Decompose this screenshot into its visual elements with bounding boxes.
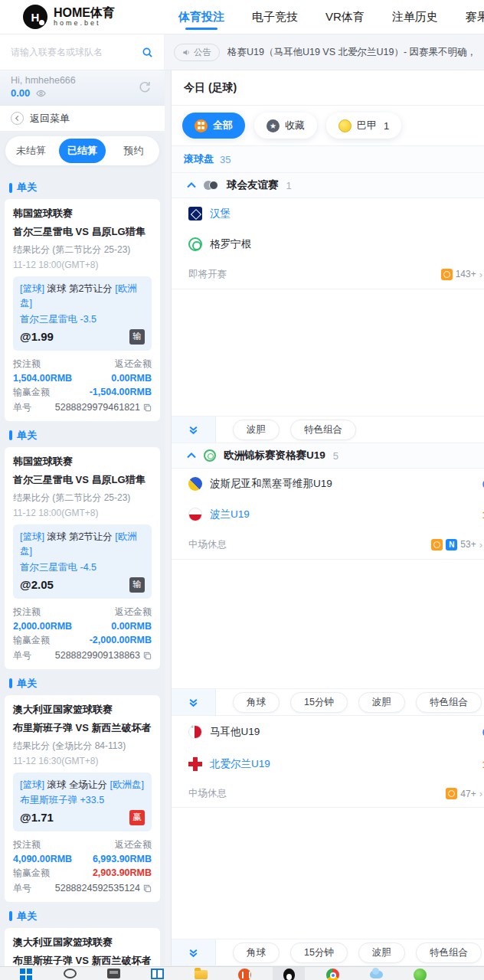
match-status-row[interactable]: 中场休息 47+ › [172, 780, 484, 808]
pill-special-combo[interactable]: 特色组合 [416, 942, 482, 963]
team-row-away[interactable]: 波兰U19 1 [172, 499, 484, 530]
bet-teams: 首尔三星雷电 VS 昌原LG猎隼 [13, 225, 152, 239]
team-row-away[interactable]: 格罗宁根 [172, 229, 484, 260]
n-badge-icon: N [446, 539, 457, 550]
tab-unsettled[interactable]: 未结算 [8, 139, 54, 163]
taskbar-search-icon[interactable] [64, 969, 77, 978]
bet-market-line: [篮球] 滚球 第2节让分 [欧洲盘] [20, 282, 145, 312]
markets-count: 143+ [456, 269, 476, 279]
market-footer: 角球 15分钟 波胆 特色组合 [172, 688, 484, 716]
tab-settled[interactable]: 已结算 [59, 139, 106, 163]
windows-start-icon[interactable] [20, 969, 33, 980]
stake-amount: 4,090.00RMB [13, 854, 72, 864]
match-status-row[interactable]: 即将开赛 143+ › [172, 260, 484, 289]
pill-15min[interactable]: 15分钟 [290, 942, 348, 963]
chip-all[interactable]: 全部 [182, 113, 245, 139]
bet-selection: 首尔三星雷电 -3.5 [20, 313, 145, 326]
pill-special-combo[interactable]: 特色组合 [290, 420, 356, 440]
live-betting-bar[interactable]: 滚球盘 35 [172, 145, 484, 173]
file-explorer-icon[interactable] [195, 970, 208, 979]
eye-icon[interactable] [36, 90, 46, 97]
refresh-icon[interactable] [137, 80, 152, 95]
bosnia-flag-icon [188, 477, 202, 491]
expand-more-button[interactable] [172, 416, 216, 443]
markets-icon [431, 539, 443, 550]
team-row-home[interactable]: 波斯尼亚和黑塞哥维那U19 0 [172, 469, 484, 499]
friendly-balls-icon [204, 180, 219, 191]
task-view-icon[interactable] [151, 969, 164, 979]
team-row-home[interactable]: 汉堡 [172, 198, 484, 229]
copy-icon[interactable] [143, 403, 152, 412]
expand-more-button[interactable] [172, 939, 216, 965]
chevron-up-icon[interactable] [187, 452, 196, 459]
qq-icon[interactable] [283, 969, 295, 980]
team-row-away[interactable]: 北爱尔兰U19 1 [172, 748, 484, 780]
chip-count: 1 [384, 120, 389, 132]
pill-correct-score[interactable]: 波胆 [358, 942, 405, 963]
nav-bet-history[interactable]: 注单历史 [392, 1, 438, 34]
team-row-home[interactable]: 马耳他U19 0 [172, 716, 484, 748]
tab-reserved[interactable]: 预约 [110, 139, 157, 163]
bet-type-label: 单关 [9, 181, 165, 194]
announcement-bar: 公告 格赛U19（马耳他U19 VS 北爱尔兰U19）- 因赛果不明确，赛果将 [165, 34, 484, 70]
back-to-menu-button[interactable]: 返回菜单 [0, 106, 165, 132]
nav-sports-betting[interactable]: 体育投注 [178, 1, 224, 34]
search-icon[interactable] [142, 47, 153, 58]
qq-active-highlight[interactable] [273, 967, 305, 980]
bet-card[interactable]: 澳大利亚国家篮球联赛 布里斯班子弹 VS 新西兰破坏者 结果比分 (第三节比分 … [5, 928, 160, 966]
profit-amount: 2,903.90RMB [93, 867, 152, 878]
chevron-right-icon[interactable]: › [479, 539, 482, 550]
group-header-friendlies[interactable]: 球会友谊赛 1 [172, 173, 484, 198]
return-amount: 6,993.90RMB [93, 854, 152, 864]
bet-card[interactable]: 韩国篮球联赛 首尔三星雷电 VS 昌原LG猎隼 结果比分 (第二节比分 25-2… [5, 199, 160, 421]
cloud-drive-icon[interactable] [370, 971, 383, 978]
brand-logo[interactable]: H HOME体育 home.bet [23, 5, 165, 29]
match-status: 中场休息 [188, 787, 227, 800]
chevron-right-icon[interactable]: › [479, 269, 482, 280]
pill-corners[interactable]: 角球 [233, 942, 280, 963]
match-status: 中场休息 [188, 538, 227, 551]
pill-special-combo[interactable]: 特色组合 [416, 692, 482, 713]
team-name: 格罗宁根 [210, 237, 251, 251]
pill-correct-score[interactable]: 波胆 [233, 420, 280, 440]
chevron-up-icon[interactable] [187, 182, 196, 188]
bet-list: 单关 韩国篮球联赛 首尔三星雷电 VS 昌原LG猎隼 结果比分 (第二节比分 2… [0, 170, 165, 966]
media-app-icon[interactable] [238, 969, 251, 980]
bet-type-label: 单关 [9, 910, 165, 923]
copy-icon[interactable] [143, 652, 152, 660]
pill-15min[interactable]: 15分钟 [290, 692, 348, 713]
northern-ireland-flag-icon [188, 757, 202, 771]
pill-correct-score[interactable]: 波胆 [358, 692, 405, 713]
chevron-right-icon[interactable]: › [479, 788, 482, 799]
nav-esports[interactable]: 电子竞技 [252, 1, 298, 34]
chip-league-baja[interactable]: 巴甲 1 [326, 113, 401, 139]
nav-vr-sports[interactable]: VR体育 [325, 1, 365, 34]
expand-more-button[interactable] [172, 689, 216, 715]
bet-selection: 首尔三星雷电 -4.5 [20, 561, 145, 574]
bet-history-sidebar: Hi, hmhehe666 0.00 [0, 70, 165, 966]
group-header-euro-u19[interactable]: 欧洲锦标赛资格赛U19 5 [172, 443, 484, 469]
nav-results[interactable]: 赛果 [466, 1, 484, 34]
bet-card[interactable]: 澳大利亚国家篮球联赛 布里斯班子弹 VS 新西兰破坏者 结果比分 (全场比分 8… [5, 695, 160, 902]
bet-league: 韩国篮球联赛 [13, 207, 152, 220]
search-input[interactable] [11, 47, 142, 57]
return-amount: 0.00RMB [111, 621, 152, 632]
user-balance: 0.00 [11, 87, 30, 99]
chrome-icon[interactable] [326, 969, 339, 980]
profit-amount: -1,504.00RMB [90, 387, 152, 397]
odds-area-empty [172, 808, 484, 939]
bet-time: 11-12 18:00(GMT+8) [13, 508, 152, 518]
team-name: 波斯尼亚和黑塞哥维那U19 [210, 477, 332, 491]
copy-icon[interactable] [143, 884, 152, 893]
green-app-icon[interactable] [414, 969, 427, 980]
match-status-row[interactable]: 中场休息 N 53+ › [172, 530, 484, 560]
bet-odds: @1.71 [20, 811, 54, 824]
stake-amount: 1,504.00RMB [13, 373, 72, 384]
order-number: 5288824592535124 [55, 883, 152, 893]
bet-type-label: 单关 [9, 429, 165, 443]
team-name: 马耳他U19 [210, 725, 260, 739]
bet-card[interactable]: 韩国篮球联赛 首尔三星雷电 VS 昌原LG猎隼 结果比分 (第二节比分 25-2… [5, 447, 160, 669]
taskbar-monitor-icon[interactable] [107, 969, 120, 978]
pill-corners[interactable]: 角球 [233, 692, 280, 713]
chip-favorites[interactable]: ★ 收藏 [254, 113, 317, 139]
